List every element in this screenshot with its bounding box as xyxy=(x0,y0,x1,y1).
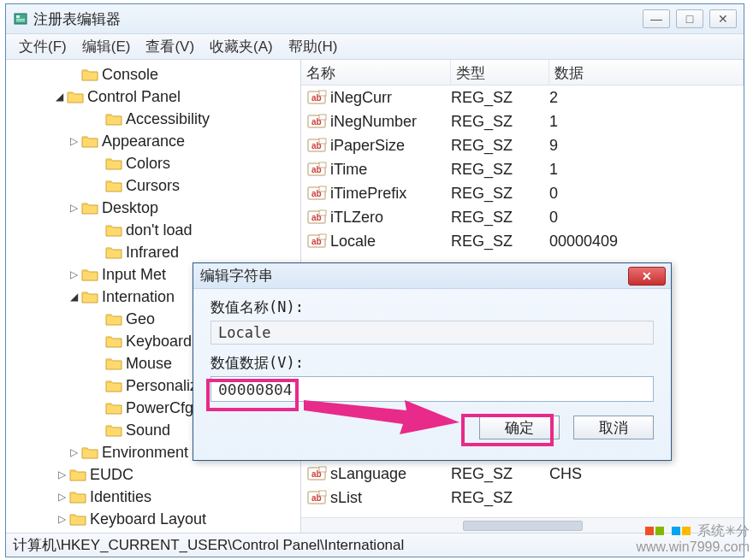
tree-item[interactable]: Cursors xyxy=(6,174,300,197)
menu-help[interactable]: 帮助(H) xyxy=(281,34,346,59)
minimize-button[interactable]: — xyxy=(643,9,670,28)
list-row[interactable]: abiTimePrefixREG_SZ0 xyxy=(301,181,744,205)
tree-item-label: Console xyxy=(102,66,162,84)
value-type: REG_SZ xyxy=(451,89,549,107)
folder-icon xyxy=(81,445,98,460)
tree-item[interactable]: ◢Control Panel xyxy=(6,85,300,108)
expand-toggle-icon[interactable]: ◢ xyxy=(53,91,65,103)
expand-toggle-icon[interactable]: ▷ xyxy=(56,469,68,480)
folder-icon xyxy=(105,222,122,238)
value-data: 00000409 xyxy=(549,233,744,251)
menu-file[interactable]: 文件(F) xyxy=(11,34,74,59)
window-title: 注册表编辑器 xyxy=(33,9,643,29)
value-type: REG_SZ xyxy=(451,465,549,483)
expand-toggle-icon[interactable]: ▷ xyxy=(68,135,80,147)
tree-item-label: Personaliz xyxy=(126,377,201,395)
tree-item[interactable]: Console xyxy=(6,63,300,85)
tree-item[interactable]: ▷Appearance xyxy=(6,130,300,152)
dialog-close-button[interactable]: ✕ xyxy=(628,267,666,286)
list-row[interactable]: abiTimeREG_SZ1 xyxy=(301,157,744,181)
folder-icon xyxy=(105,178,122,193)
value-data: CHS xyxy=(549,465,744,483)
string-value-icon: ab xyxy=(306,161,327,178)
value-name: sLanguage xyxy=(330,465,406,483)
folder-icon xyxy=(105,111,122,127)
expand-toggle-icon[interactable]: ▷ xyxy=(56,513,68,525)
tree-item-label: Desktop xyxy=(102,199,162,217)
value-name: iNegNumber xyxy=(330,113,417,131)
close-button[interactable]: ✕ xyxy=(709,9,737,28)
tree-item[interactable]: Infrared xyxy=(6,241,300,263)
folder-icon xyxy=(105,422,122,438)
tree-item-label: don't load xyxy=(126,221,196,239)
maximize-button[interactable]: □ xyxy=(676,9,703,28)
menu-edit[interactable]: 编辑(E) xyxy=(74,34,139,59)
tree-item-label: Mouse xyxy=(126,355,175,373)
cancel-button[interactable]: 取消 xyxy=(573,416,654,439)
value-type: REG_SZ xyxy=(451,137,549,155)
col-header-type[interactable]: 类型 xyxy=(451,60,549,85)
value-data-label: 数值数据(V): xyxy=(210,353,654,373)
dialog-titlebar[interactable]: 编辑字符串 ✕ xyxy=(193,263,671,289)
value-type: REG_SZ xyxy=(451,113,549,131)
expand-toggle-icon[interactable]: ▷ xyxy=(68,202,80,214)
folder-icon xyxy=(105,311,122,327)
statusbar-path: 计算机\HKEY_CURRENT_USER\Control Panel\Inte… xyxy=(13,535,404,555)
watermark-brand: 系统✳分 xyxy=(697,523,750,538)
list-row[interactable]: abiTLZeroREG_SZ0 xyxy=(301,205,744,229)
string-value-icon: ab xyxy=(306,137,327,154)
app-icon xyxy=(13,11,28,27)
ok-button[interactable]: 确定 xyxy=(479,416,560,439)
tree-item[interactable]: don't load xyxy=(6,219,300,241)
folder-icon xyxy=(81,267,98,282)
tree-item-label: Internation xyxy=(102,288,178,306)
svg-rect-9 xyxy=(319,115,326,120)
svg-rect-21 xyxy=(319,210,326,215)
value-data-input[interactable] xyxy=(210,376,654,402)
folder-icon xyxy=(105,400,122,416)
tree-item[interactable]: Colors xyxy=(6,152,300,174)
svg-rect-3 xyxy=(16,21,25,21)
list-row[interactable]: abLocaleREG_SZ00000409 xyxy=(301,229,744,253)
value-data: 2 xyxy=(549,89,744,107)
expand-toggle-icon[interactable]: ◢ xyxy=(68,291,80,303)
menu-view[interactable]: 查看(V) xyxy=(138,34,202,59)
col-header-data[interactable]: 数据 xyxy=(549,60,744,85)
ms-logo-icon xyxy=(645,527,664,535)
svg-rect-2 xyxy=(16,19,25,20)
menubar: 文件(F) 编辑(E) 查看(V) 收藏夹(A) 帮助(H) xyxy=(6,34,744,60)
menu-favorites[interactable]: 收藏夹(A) xyxy=(202,34,281,59)
folder-icon xyxy=(67,89,84,104)
list-row[interactable]: absLanguageREG_SZCHS xyxy=(301,462,744,486)
watermark: 系统✳分 www.win7999.com xyxy=(637,522,750,555)
expand-toggle-icon[interactable]: ▷ xyxy=(56,491,68,503)
ms-logo-icon-2 xyxy=(672,527,691,535)
string-value-icon: ab xyxy=(306,113,327,130)
tree-item-label: Infrared xyxy=(126,244,182,262)
dialog-body: 数值名称(N): Locale 数值数据(V): 确定 取消 xyxy=(193,289,671,450)
list-row[interactable]: abiPaperSizeREG_SZ9 xyxy=(301,133,744,157)
titlebar: 注册表编辑器 — □ ✕ xyxy=(6,4,744,34)
col-header-name[interactable]: 名称 xyxy=(301,60,451,85)
tree-item[interactable]: ▷Identities xyxy=(6,486,300,508)
tree-item-label: Colors xyxy=(126,155,174,173)
string-value-icon: ab xyxy=(306,89,327,106)
list-row[interactable]: absListREG_SZ xyxy=(301,486,744,510)
tree-item[interactable]: ▷Keyboard Layout xyxy=(6,508,300,530)
tree-item[interactable]: ▷Desktop xyxy=(6,197,300,219)
expand-toggle-icon[interactable]: ▷ xyxy=(68,268,80,280)
tree-item-label: Control Panel xyxy=(87,88,184,106)
edit-string-dialog: 编辑字符串 ✕ 数值名称(N): Locale 数值数据(V): 确定 取消 xyxy=(193,262,672,461)
list-row[interactable]: abiNegNumberREG_SZ1 xyxy=(301,109,744,133)
value-data: 0 xyxy=(549,185,744,203)
tree-item[interactable]: ▷EUDC xyxy=(6,463,300,486)
value-type: REG_SZ xyxy=(451,489,549,507)
expand-toggle-icon[interactable]: ▷ xyxy=(68,446,80,458)
tree-item[interactable]: Accessibility xyxy=(6,108,300,130)
scrollbar-thumb[interactable] xyxy=(463,521,583,531)
value-name: iTimePrefix xyxy=(330,185,406,203)
folder-icon xyxy=(105,378,122,393)
value-data: 1 xyxy=(549,161,744,179)
folder-icon xyxy=(105,333,122,349)
list-row[interactable]: abiNegCurrREG_SZ2 xyxy=(301,85,744,109)
